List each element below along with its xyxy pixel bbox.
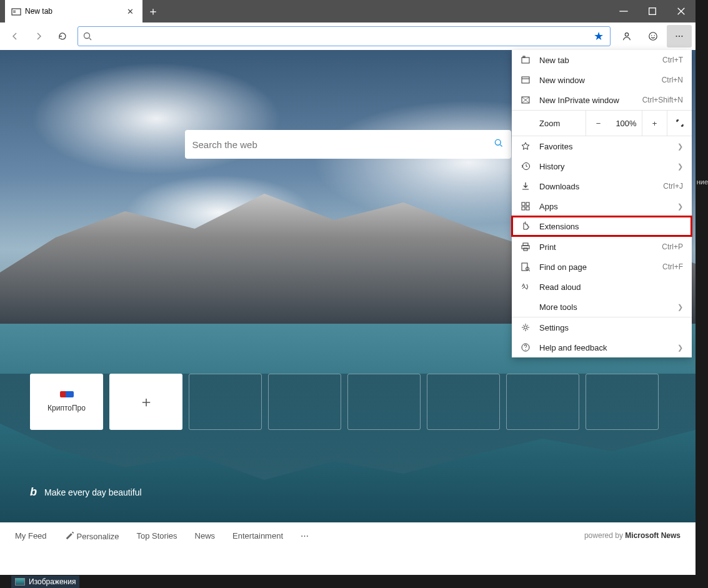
favorite-star-icon[interactable]: ★ — [591, 29, 606, 43]
address-bar[interactable]: ★ — [77, 26, 611, 46]
search-submit-icon[interactable] — [494, 138, 504, 151]
gear-icon — [521, 322, 531, 332]
back-button[interactable] — [4, 25, 26, 47]
footer-topstories[interactable]: Top Stories — [137, 531, 177, 541]
web-search-input[interactable] — [192, 139, 494, 150]
pictures-folder-icon — [15, 578, 25, 586]
read-aloud-icon: A — [521, 282, 531, 292]
menu-zoom: Zoom − 100% + — [512, 111, 692, 136]
search-icon — [82, 31, 93, 41]
menu-find[interactable]: Find on page Ctrl+F — [512, 257, 692, 277]
svg-line-8 — [89, 38, 91, 40]
menu-downloads[interactable]: Downloads Ctrl+J — [512, 176, 692, 196]
toolbar: ★ — [0, 22, 696, 50]
menu-read-aloud[interactable]: A Read aloud — [512, 277, 692, 297]
menu-extensions[interactable]: Extensions — [512, 216, 692, 236]
tab-page-icon — [11, 7, 20, 16]
tile-cryptopro[interactable]: КриптоПро — [30, 374, 103, 430]
zoom-value: 100% — [611, 119, 642, 128]
forward-button[interactable] — [27, 25, 50, 47]
tile-logo-icon — [60, 391, 74, 397]
svg-rect-25 — [526, 202, 529, 206]
tile-add-button[interactable]: ＋ — [109, 374, 182, 430]
svg-point-10 — [649, 32, 657, 40]
svg-rect-24 — [522, 202, 525, 206]
tile-empty[interactable] — [427, 374, 500, 430]
menu-settings[interactable]: Settings — [512, 317, 692, 337]
tab-strip: New tab ✕ ＋ — [0, 0, 609, 22]
bing-tagline: b Make every day beautiful — [30, 486, 142, 499]
extensions-icon — [521, 221, 531, 231]
menu-new-inprivate[interactable]: New InPrivate window Ctrl+Shift+N — [512, 90, 692, 110]
svg-rect-31 — [522, 263, 527, 271]
help-icon — [521, 342, 531, 352]
news-footer: My Feed Personalize Top Stories News Ent… — [0, 522, 696, 549]
svg-point-9 — [625, 33, 628, 36]
chevron-right-icon: ❯ — [677, 142, 683, 151]
address-input[interactable] — [93, 31, 591, 41]
footer-personalize[interactable]: Personalize — [64, 530, 119, 541]
tab-title: New tab — [25, 7, 119, 16]
svg-point-15 — [681, 36, 682, 37]
maximize-button[interactable] — [638, 0, 667, 22]
svg-rect-19 — [523, 56, 525, 57]
titlebar: New tab ✕ ＋ — [0, 0, 696, 22]
svg-point-12 — [654, 35, 655, 36]
menu-apps[interactable]: Apps ❯ — [512, 196, 692, 216]
more-menu-button[interactable] — [667, 25, 692, 47]
history-icon — [521, 161, 531, 171]
menu-new-tab[interactable]: New tab Ctrl+T — [512, 50, 692, 70]
svg-rect-28 — [523, 243, 528, 246]
tab-active[interactable]: New tab ✕ — [5, 0, 142, 22]
web-search-box[interactable] — [185, 130, 511, 159]
browser-window: New tab ✕ ＋ ★ — [0, 0, 696, 575]
tagline-text: Make every day beautiful — [44, 487, 142, 497]
powered-by: powered by Microsoft News — [584, 531, 681, 540]
svg-line-17 — [500, 144, 502, 146]
feedback-smiley-icon[interactable] — [641, 25, 666, 47]
star-icon — [521, 141, 531, 151]
zoom-out-button[interactable]: − — [586, 111, 611, 136]
refresh-button[interactable] — [51, 25, 74, 47]
chevron-right-icon: ❯ — [677, 162, 683, 171]
svg-rect-20 — [522, 77, 529, 83]
apps-icon — [521, 201, 531, 211]
overflow-menu: New tab Ctrl+T New window Ctrl+N New InP… — [512, 50, 692, 357]
footer-entertainment[interactable]: Entertainment — [232, 531, 283, 541]
svg-rect-18 — [522, 57, 529, 63]
svg-point-11 — [651, 35, 652, 36]
tile-empty[interactable] — [268, 374, 341, 430]
tile-empty[interactable] — [189, 374, 262, 430]
minimize-button[interactable] — [609, 0, 638, 22]
svg-rect-4 — [649, 8, 656, 15]
menu-history[interactable]: History ❯ — [512, 156, 692, 176]
menu-more-tools[interactable]: More tools ❯ — [512, 297, 692, 317]
find-icon — [521, 262, 531, 272]
tile-empty[interactable] — [506, 374, 579, 430]
tile-empty[interactable] — [586, 374, 659, 430]
quick-tiles: КриптоПро ＋ — [30, 374, 659, 430]
taskbar-item[interactable]: Изображения — [11, 576, 79, 588]
menu-help[interactable]: Help and feedback ❯ — [512, 337, 692, 357]
svg-rect-27 — [526, 207, 529, 210]
menu-print[interactable]: Print Ctrl+P — [512, 237, 692, 257]
print-icon — [521, 242, 531, 252]
new-tab-button[interactable]: ＋ — [142, 0, 164, 22]
svg-rect-2 — [13, 12, 16, 12]
fullscreen-button[interactable] — [667, 111, 692, 136]
svg-point-35 — [524, 326, 527, 329]
svg-text:A: A — [522, 282, 526, 288]
zoom-in-button[interactable]: + — [642, 111, 667, 136]
menu-new-window[interactable]: New window Ctrl+N — [512, 70, 692, 90]
tab-close-icon[interactable]: ✕ — [124, 6, 136, 17]
menu-favorites[interactable]: Favorites ❯ — [512, 136, 692, 156]
footer-more-icon[interactable]: ⋯ — [301, 531, 309, 541]
footer-myfeed[interactable]: My Feed — [15, 531, 47, 541]
svg-point-14 — [679, 36, 680, 37]
profile-button[interactable] — [614, 25, 639, 47]
svg-point-37 — [525, 349, 526, 350]
tile-empty[interactable] — [347, 374, 421, 430]
footer-news[interactable]: News — [195, 531, 216, 541]
taskbar-label: Изображения — [29, 577, 76, 586]
close-window-button[interactable] — [667, 0, 696, 22]
